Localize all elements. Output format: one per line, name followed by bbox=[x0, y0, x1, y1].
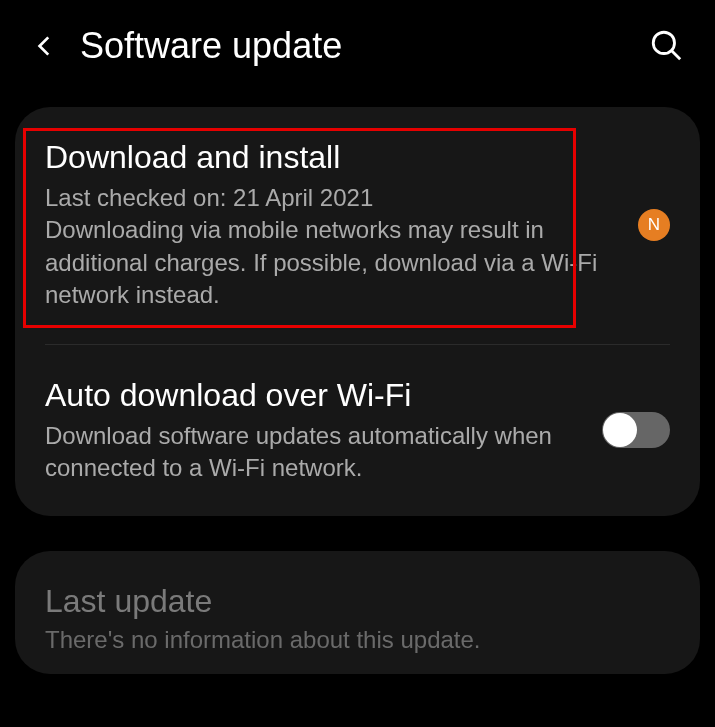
auto-download-toggle[interactable] bbox=[602, 412, 670, 448]
toggle-knob bbox=[603, 413, 637, 447]
svg-point-0 bbox=[653, 32, 674, 53]
back-icon[interactable] bbox=[30, 31, 60, 61]
card-main: Download and install Last checked on: 21… bbox=[15, 107, 700, 516]
last-update-subtitle: There's no information about this update… bbox=[45, 626, 670, 654]
download-install-title: Download and install bbox=[45, 139, 618, 176]
page-title: Software update bbox=[80, 25, 629, 67]
last-update-title: Last update bbox=[45, 583, 670, 620]
row-content: Auto download over Wi-Fi Download softwa… bbox=[45, 377, 582, 485]
row-content: Download and install Last checked on: 21… bbox=[45, 139, 618, 312]
auto-download-title: Auto download over Wi-Fi bbox=[45, 377, 582, 414]
row-download-install[interactable]: Download and install Last checked on: 21… bbox=[15, 107, 700, 344]
notification-badge: N bbox=[638, 209, 670, 241]
download-install-subtitle: Last checked on: 21 April 2021 Downloadi… bbox=[45, 182, 618, 312]
header: Software update bbox=[0, 0, 715, 87]
card-last-update[interactable]: Last update There's no information about… bbox=[15, 551, 700, 674]
row-auto-download[interactable]: Auto download over Wi-Fi Download softwa… bbox=[15, 345, 700, 517]
search-icon[interactable] bbox=[649, 28, 685, 64]
svg-line-1 bbox=[672, 51, 681, 60]
auto-download-subtitle: Download software updates automatically … bbox=[45, 420, 582, 485]
